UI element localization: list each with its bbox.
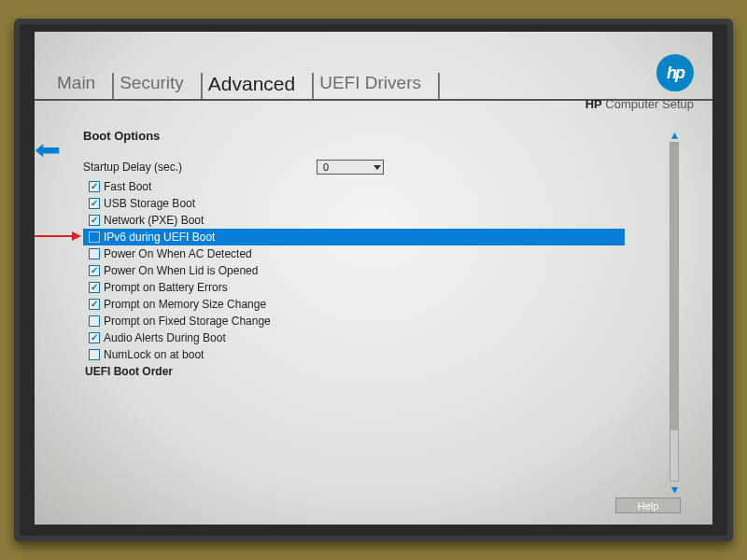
branding-area: hp HP Computer Setup: [585, 54, 694, 111]
option-label: Network (PXE) Boot: [104, 214, 204, 227]
option-row[interactable]: Prompt on Fixed Storage Change: [83, 313, 681, 329]
option-label: USB Storage Boot: [104, 197, 195, 210]
tab-end-divider: [438, 73, 440, 99]
option-row[interactable]: Power On When AC Detected: [83, 245, 681, 262]
checkbox-icon[interactable]: [89, 349, 100, 360]
scrollbar-track[interactable]: [669, 142, 679, 482]
option-row[interactable]: USB Storage Boot: [83, 195, 681, 212]
option-row[interactable]: NumLock on at boot: [83, 346, 681, 363]
option-row[interactable]: Power On When Lid is Opened: [83, 262, 681, 279]
option-label: Prompt on Fixed Storage Change: [104, 315, 271, 328]
startup-delay-value: 0: [323, 161, 329, 173]
checkbox-icon[interactable]: [89, 282, 100, 293]
bios-screen: Main Security Advanced UEFI Drivers hp H…: [35, 32, 712, 525]
tab-uefi-drivers[interactable]: UEFI Drivers: [312, 73, 438, 99]
option-label: Fast Boot: [104, 180, 151, 193]
tab-bar: Main Security Advanced UEFI Drivers hp H…: [35, 32, 712, 101]
scrollbar-thumb[interactable]: [670, 143, 678, 430]
content-area: Boot Options Startup Delay (sec.) 0 Fast…: [83, 129, 681, 513]
checkbox-icon[interactable]: [89, 299, 100, 310]
option-row[interactable]: Audio Alerts During Boot: [83, 329, 681, 346]
startup-delay-row: Startup Delay (sec.) 0: [83, 160, 681, 175]
option-label: NumLock on at boot: [104, 348, 204, 361]
subtitle-rest: Computer Setup: [602, 97, 694, 111]
checkbox-icon[interactable]: [89, 332, 100, 343]
section-title: Boot Options: [83, 129, 681, 143]
checkbox-icon[interactable]: [89, 231, 100, 243]
subtitle-bold: HP: [585, 97, 602, 111]
option-label: Power On When AC Detected: [104, 247, 252, 260]
uefi-boot-order-label: UEFI Boot Order: [85, 365, 173, 378]
tab-security[interactable]: Security: [112, 73, 201, 99]
option-row[interactable]: Fast Boot: [83, 178, 681, 195]
checkbox-icon[interactable]: [89, 181, 100, 192]
laptop-bezel: Main Security Advanced UEFI Drivers hp H…: [14, 19, 733, 541]
hp-logo-icon: hp: [656, 54, 694, 91]
startup-delay-dropdown[interactable]: 0: [317, 160, 384, 175]
option-label: IPv6 during UEFI Boot: [104, 231, 215, 244]
checkbox-icon[interactable]: [89, 248, 100, 259]
tab-advanced[interactable]: Advanced: [201, 73, 312, 99]
back-arrow-icon[interactable]: ⬅: [35, 134, 60, 165]
option-row[interactable]: IPv6 during UEFI Boot: [83, 229, 625, 245]
option-row[interactable]: Network (PXE) Boot: [83, 212, 681, 229]
app-subtitle: HP Computer Setup: [585, 97, 694, 111]
checkbox-icon[interactable]: [89, 265, 100, 276]
option-row[interactable]: Prompt on Battery Errors: [83, 279, 681, 296]
option-label: Power On When Lid is Opened: [104, 264, 258, 277]
checkbox-icon[interactable]: [89, 198, 100, 209]
uefi-boot-order-row[interactable]: UEFI Boot Order: [83, 363, 681, 380]
annotation-arrow-icon: [35, 235, 79, 237]
checkbox-icon[interactable]: [89, 215, 100, 226]
help-button[interactable]: Help: [615, 497, 681, 513]
option-row[interactable]: Prompt on Memory Size Change: [83, 296, 681, 313]
option-label: Prompt on Battery Errors: [104, 281, 228, 294]
startup-delay-label: Startup Delay (sec.): [83, 161, 317, 174]
option-label: Audio Alerts During Boot: [104, 331, 226, 344]
chevron-down-icon: [374, 165, 381, 170]
options-list: Fast BootUSB Storage BootNetwork (PXE) B…: [83, 178, 681, 363]
scroll-up-icon[interactable]: ▴: [671, 129, 678, 140]
scrollbar[interactable]: ▴ ▾: [668, 129, 681, 495]
tab-main[interactable]: Main: [51, 73, 112, 99]
scroll-down-icon[interactable]: ▾: [671, 483, 678, 495]
option-label: Prompt on Memory Size Change: [104, 298, 266, 311]
checkbox-icon[interactable]: [89, 315, 100, 327]
